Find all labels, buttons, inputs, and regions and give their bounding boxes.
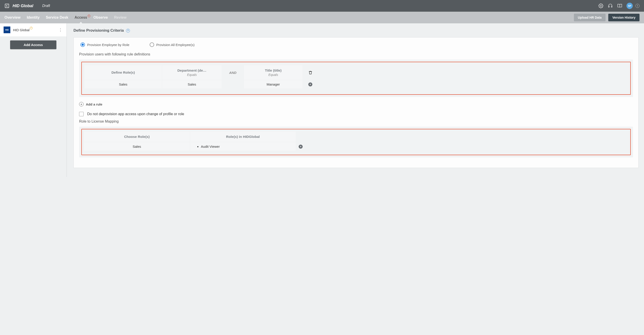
section-title: Define Provisioning Criteria [74, 28, 124, 33]
help-icon[interactable]: ? [126, 29, 130, 32]
add-rule-label: Add a rule [86, 102, 102, 106]
kebab-menu-icon[interactable]: ⋮ [58, 29, 62, 30]
rule-header-department: Department (de…Equals [162, 65, 222, 80]
app-logo: HID [4, 26, 10, 33]
rule-value-department[interactable]: Sales [162, 80, 222, 88]
radio-provision-all[interactable]: Provision All Employee(s) [150, 42, 194, 47]
mapping-value-mapped[interactable]: Audit Viewer [190, 142, 296, 151]
back-icon[interactable] [4, 3, 10, 8]
sidebar-app-item[interactable]: HID HID Global ⋮ [0, 23, 66, 36]
trash-icon[interactable] [308, 70, 312, 75]
radio-provision-by-role[interactable]: Provision Employee by Role [80, 42, 130, 47]
version-history-button[interactable]: Version History [608, 14, 640, 21]
book-icon[interactable] [617, 3, 622, 8]
deprovision-checkbox-row[interactable]: Do not deprovision app access upon chang… [79, 112, 633, 116]
main-content: Define Provisioning Criteria ? Provision… [67, 23, 644, 177]
mapping-header-choose: Choose Role(s) [84, 132, 190, 142]
checkbox-unchecked-icon[interactable] [79, 112, 84, 116]
gear-icon[interactable] [598, 3, 604, 8]
mapping-header-roles: Role(s) in HIDGlobal [190, 132, 296, 142]
plus-outline-icon: + [79, 102, 84, 106]
svg-rect-2 [608, 6, 610, 7]
sidebar-app-name: HID Global [13, 28, 30, 32]
add-rule-button[interactable]: + Add a rule [79, 102, 633, 106]
top-bar: HID Global Draft SP ! [0, 0, 644, 12]
checkbox-label: Do not deprovision app access upon chang… [87, 112, 184, 116]
avatar[interactable]: SP [626, 3, 633, 9]
plus-circle-icon[interactable]: + [299, 145, 303, 149]
radio-label: Provision Employee by Role [87, 43, 130, 47]
tab-overview[interactable]: Overview [4, 15, 20, 19]
status-label: Draft [42, 4, 50, 8]
tab-observe[interactable]: Observe [94, 15, 108, 19]
radio-checked-icon [80, 42, 85, 47]
tab-bar: Overview Identity Service Desk Access Ob… [0, 12, 644, 23]
headset-icon[interactable] [608, 3, 613, 8]
error-badge-icon [88, 14, 90, 17]
upload-hr-data-button[interactable]: Upload HR Data [574, 14, 606, 21]
svg-point-1 [600, 5, 602, 6]
tab-service-desk[interactable]: Service Desk [46, 15, 68, 19]
radio-unchecked-icon [150, 42, 154, 47]
svg-rect-0 [5, 4, 9, 8]
mapping-value-role[interactable]: Sales [84, 142, 190, 151]
rule-operator-and: AND [222, 65, 244, 80]
rule-value-title[interactable]: Manager [244, 80, 302, 88]
radio-label: Provision All Employee(s) [156, 43, 194, 47]
tab-access[interactable]: Access [74, 15, 87, 19]
warning-badge-icon [30, 27, 32, 29]
add-access-button[interactable]: Add Access [10, 40, 56, 49]
tab-review[interactable]: Review [114, 15, 126, 19]
plus-circle-icon[interactable]: + [308, 82, 312, 86]
svg-rect-3 [612, 6, 612, 7]
mapping-container: Choose Role(s) Role(s) in HIDGlobal Sale… [79, 127, 633, 157]
criteria-panel: Provision Employee by Role Provision All… [74, 37, 638, 168]
rule-subheading: Provision users with following rule defi… [79, 52, 633, 56]
page-title: HID Global [12, 3, 33, 8]
alert-icon[interactable]: ! [636, 4, 640, 8]
rule-container: Define Role(s) Department (de…Equals AND… [79, 59, 633, 97]
rule-header-define: Define Role(s) [84, 65, 162, 80]
rule-header-title: Title (title)Equals [244, 65, 302, 80]
rule-value-role[interactable]: Sales [84, 80, 162, 88]
tab-identity[interactable]: Identity [27, 15, 40, 19]
sidebar: HID HID Global ⋮ Add Access [0, 23, 67, 177]
mapping-heading: Role to License Mapping [79, 119, 633, 123]
